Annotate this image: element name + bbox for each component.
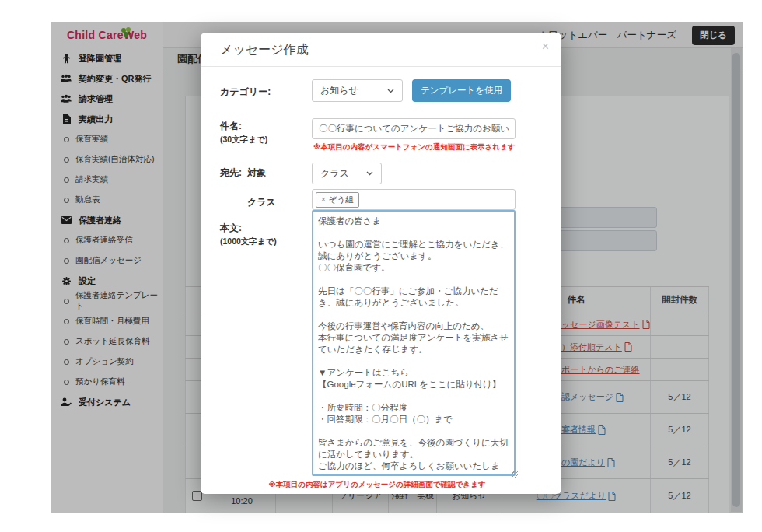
- subject-note: ※本項目の内容がスマートフォンの通知画面に表示されます: [313, 142, 515, 152]
- modal-header: メッセージ作成 ×: [201, 33, 561, 67]
- class-tag-label: ぞう組: [329, 194, 354, 205]
- modal-title: メッセージ作成: [220, 42, 309, 58]
- class-label: クラス: [247, 196, 276, 209]
- target-select[interactable]: クラス: [312, 163, 382, 184]
- body-note: ※本項目の内容はアプリのメッセージの詳細画面で確認できます: [220, 480, 534, 490]
- class-tag-input[interactable]: × ぞう組: [312, 189, 516, 210]
- category-select[interactable]: お知らせ: [312, 79, 403, 102]
- recipient-label: 宛先:: [220, 166, 242, 180]
- textarea-resize-handle[interactable]: [512, 471, 518, 478]
- class-tag: × ぞう組: [316, 192, 359, 208]
- subject-label: 件名:: [220, 120, 242, 133]
- category-label: カテゴリー:: [220, 86, 271, 99]
- use-template-button[interactable]: テンプレートを使用: [412, 79, 511, 102]
- target-label: 対象: [247, 166, 266, 180]
- target-selected-value: クラス: [320, 167, 349, 180]
- tag-remove-icon[interactable]: ×: [321, 195, 326, 204]
- body-textarea[interactable]: 保護者の皆さま いつも園の運営にご理解とご協力をいただき、誠にありがとうございま…: [312, 210, 516, 476]
- message-create-modal: メッセージ作成 × カテゴリー: お知らせ テンプレートを使用 件名: (30文…: [201, 33, 561, 494]
- subject-input[interactable]: [312, 118, 516, 139]
- chevron-down-icon: [387, 89, 394, 93]
- subject-limit-label: (30文字まで): [220, 135, 267, 145]
- body-limit-label: (1000文字まで): [220, 236, 277, 247]
- category-selected-value: お知らせ: [320, 84, 358, 97]
- body-label: 本文:: [220, 222, 242, 235]
- chevron-down-icon: [366, 171, 373, 176]
- close-icon[interactable]: ×: [542, 40, 549, 53]
